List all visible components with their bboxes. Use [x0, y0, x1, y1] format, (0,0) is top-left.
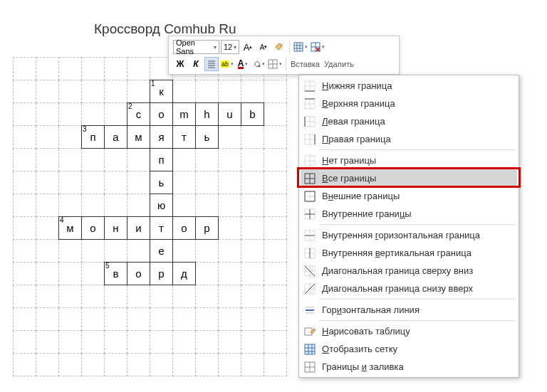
grid-cell[interactable] [196, 285, 219, 308]
grid-cell[interactable]: о [82, 217, 105, 240]
grid-cell[interactable] [196, 240, 219, 263]
grid-cell[interactable] [14, 194, 36, 217]
insert-table-button[interactable]: ▾ [293, 40, 308, 54]
grid-cell[interactable] [150, 331, 173, 354]
grid-cell[interactable] [241, 240, 264, 263]
menu-item-border-inside-h[interactable]: Внутренняя горизонтальная граница [301, 226, 517, 244]
grid-cell[interactable] [14, 80, 36, 103]
font-size-combo[interactable]: 12▾ [221, 40, 239, 54]
grid-cell[interactable] [219, 240, 241, 263]
grid-cell[interactable] [105, 58, 127, 80]
grid-cell[interactable] [82, 308, 105, 331]
grid-cell[interactable] [14, 217, 36, 240]
grid-cell[interactable]: m [173, 103, 196, 126]
grid-cell[interactable] [264, 217, 287, 240]
italic-button[interactable]: К [189, 57, 203, 71]
font-name-combo[interactable]: Open Sans▾ [173, 40, 219, 54]
menu-item-borders-shading[interactable]: Границы и заливка [301, 358, 517, 376]
grid-cell[interactable] [14, 149, 36, 171]
grid-cell[interactable] [196, 263, 219, 285]
grid-cell[interactable] [241, 126, 264, 149]
grid-cell[interactable] [82, 149, 105, 171]
grid-cell[interactable] [59, 263, 82, 285]
grid-cell[interactable]: я [150, 126, 173, 149]
grid-cell[interactable] [59, 194, 82, 217]
grid-cell[interactable]: е [150, 240, 173, 263]
grid-cell[interactable]: ь [196, 126, 219, 149]
grid-cell[interactable] [173, 149, 196, 171]
grid-cell[interactable] [241, 217, 264, 240]
grid-cell[interactable] [82, 58, 105, 80]
grid-cell[interactable] [196, 149, 219, 171]
grid-cell[interactable] [150, 308, 173, 331]
grid-cell[interactable] [241, 80, 264, 103]
grid-cell[interactable] [264, 285, 287, 308]
grid-cell[interactable] [241, 263, 264, 285]
grid-cell[interactable] [14, 263, 36, 285]
grid-cell[interactable]: в5 [105, 263, 127, 285]
grid-cell[interactable] [241, 149, 264, 171]
grid-cell[interactable] [127, 240, 150, 263]
grid-cell[interactable]: о [127, 263, 150, 285]
grid-cell[interactable] [59, 331, 82, 354]
grid-cell[interactable] [219, 308, 241, 331]
grid-cell[interactable]: м [127, 126, 150, 149]
menu-item-border-none[interactable]: Нет границы [301, 152, 517, 169]
grid-cell[interactable] [36, 171, 59, 194]
grid-cell[interactable] [264, 354, 287, 376]
grid-cell[interactable] [14, 58, 36, 80]
grid-cell[interactable] [105, 149, 127, 171]
grid-cell[interactable]: ь [150, 171, 173, 194]
grid-cell[interactable] [241, 308, 264, 331]
grid-cell[interactable] [14, 285, 36, 308]
grid-cell[interactable] [36, 331, 59, 354]
grid-cell[interactable] [127, 285, 150, 308]
grid-cell[interactable] [196, 331, 219, 354]
menu-item-border-diag-down[interactable]: Диагональная граница сверху вниз [301, 262, 517, 280]
grid-cell[interactable] [219, 149, 241, 171]
grid-cell[interactable] [59, 58, 82, 80]
menu-item-border-left[interactable]: Левая граница [301, 112, 517, 130]
grid-cell[interactable] [36, 149, 59, 171]
grid-cell[interactable] [14, 126, 36, 149]
grow-font-button[interactable]: A▴ [241, 40, 255, 54]
grid-cell[interactable] [14, 308, 36, 331]
grid-cell[interactable]: п3 [82, 126, 105, 149]
grid-cell[interactable] [105, 354, 127, 376]
delete-label[interactable]: Удалить [323, 60, 355, 68]
grid-cell[interactable] [82, 285, 105, 308]
grid-cell[interactable] [36, 126, 59, 149]
menu-item-border-right[interactable]: Правая граница [301, 130, 517, 148]
grid-cell[interactable] [82, 194, 105, 217]
menu-item-draw-table[interactable]: Нарисовать таблицу [301, 322, 517, 340]
grid-cell[interactable] [59, 149, 82, 171]
grid-cell[interactable] [105, 80, 127, 103]
grid-cell[interactable] [173, 308, 196, 331]
grid-cell[interactable] [59, 240, 82, 263]
grid-cell[interactable] [173, 194, 196, 217]
grid-cell[interactable] [105, 103, 127, 126]
grid-cell[interactable] [36, 103, 59, 126]
grid-cell[interactable] [241, 194, 264, 217]
grid-cell[interactable] [36, 194, 59, 217]
grid-cell[interactable] [219, 285, 241, 308]
grid-cell[interactable] [105, 308, 127, 331]
grid-cell[interactable] [219, 331, 241, 354]
menu-item-border-inside-v[interactable]: Внутренняя вертикальная граница [301, 244, 517, 262]
font-color-button[interactable]: A▾ [236, 57, 250, 71]
menu-item-border-outside[interactable]: Внешние границы [301, 187, 517, 205]
grid-cell[interactable] [241, 285, 264, 308]
grid-cell[interactable] [36, 263, 59, 285]
grid-cell[interactable] [219, 263, 241, 285]
grid-cell[interactable]: т [150, 217, 173, 240]
grid-cell[interactable] [82, 240, 105, 263]
grid-cell[interactable] [82, 103, 105, 126]
grid-cell[interactable] [173, 285, 196, 308]
grid-cell[interactable]: т [173, 126, 196, 149]
grid-cell[interactable] [127, 331, 150, 354]
grid-cell[interactable] [105, 194, 127, 217]
grid-cell[interactable]: д [173, 263, 196, 285]
grid-cell[interactable] [82, 331, 105, 354]
grid-cell[interactable] [14, 331, 36, 354]
grid-cell[interactable]: к1 [150, 80, 173, 103]
